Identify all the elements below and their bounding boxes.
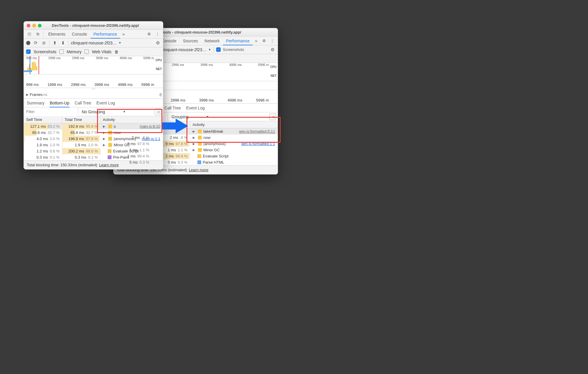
settings-icon[interactable]: ⚙ bbox=[145, 30, 153, 38]
frames-suffix: ns bbox=[43, 92, 47, 97]
kebab-menu-icon[interactable]: ⋮ bbox=[268, 37, 276, 45]
devtools-window-a: DevTools - clinquant-mousse-2f2396.netli… bbox=[24, 21, 163, 169]
save-profile-icon[interactable]: ⬇ bbox=[60, 40, 66, 46]
tab-performance[interactable]: Performance bbox=[223, 36, 252, 45]
table-row[interactable]: 65.8 ms32.7 %65.8 ms32.7 %▶now bbox=[24, 129, 163, 136]
timeline-detail[interactable]: 998 ms 1998 ms 2998 ms 3998 ms 4998 ms 5… bbox=[24, 74, 163, 88]
scrollbar-thumb[interactable] bbox=[159, 93, 162, 97]
range-end-marker[interactable] bbox=[39, 56, 39, 74]
learn-more-link[interactable]: Learn more bbox=[189, 168, 208, 172]
disclosure-triangle-icon[interactable]: ▶ bbox=[103, 131, 105, 134]
col-self-time[interactable]: Self Time bbox=[24, 116, 62, 123]
capture-settings-icon[interactable]: ⚙ bbox=[155, 40, 161, 46]
tab-network[interactable]: Network bbox=[201, 36, 222, 45]
cpu-flames bbox=[27, 60, 37, 70]
activity-name: (anonymous) bbox=[204, 142, 226, 146]
settings-icon[interactable]: ⚙ bbox=[260, 37, 268, 45]
screenshots-checkbox[interactable]: ✓ bbox=[26, 49, 31, 54]
activity-swatch-icon bbox=[198, 136, 202, 139]
detail-ticks: 998 ms 1998 ms 2998 ms 3998 ms 4998 ms 5… bbox=[26, 82, 154, 87]
tick: 2996 ms bbox=[172, 63, 184, 67]
target-dropdown[interactable]: clinquant-mousse-2f23… ▼ bbox=[161, 47, 211, 52]
activity-swatch-icon bbox=[108, 155, 111, 159]
screenshots-checkbox[interactable]: ✓ bbox=[216, 47, 221, 52]
webvitals-checkbox[interactable] bbox=[84, 49, 89, 54]
activity-swatch-icon bbox=[197, 154, 201, 158]
subtab-event-log[interactable]: Event Log bbox=[96, 99, 115, 107]
activity-name: o bbox=[114, 124, 116, 129]
tab-performance[interactable]: Performance bbox=[91, 30, 120, 39]
zoom-icon[interactable] bbox=[38, 24, 41, 27]
show-heaviest-stack-button[interactable]: ◁ bbox=[155, 109, 161, 115]
chevron-down-icon: ▼ bbox=[123, 110, 126, 113]
activity-name: takeABreak bbox=[204, 129, 223, 134]
panel-tabs: ◰ ⧉ Elements Console Performance » ⚙ ⋮ bbox=[24, 30, 163, 39]
table-row[interactable]: 2 ms99.4 %2 ms99.4 %Evaluate Script bbox=[114, 153, 278, 159]
show-heaviest-stack-button[interactable]: ◁ bbox=[269, 114, 276, 120]
col-activity[interactable]: Activity bbox=[190, 121, 278, 128]
kebab-menu-icon[interactable]: ⋮ bbox=[154, 30, 161, 38]
table-row[interactable]: 127.1 ms63.2 %192.9 ms95.9 %▶omain.js:6:… bbox=[24, 123, 163, 130]
table-row[interactable]: 5 ms0.3 %5 ms0.3 %Parse HTML bbox=[114, 159, 278, 165]
disclosure-triangle-icon[interactable]: ▶ bbox=[193, 136, 195, 139]
device-toggle-icon[interactable]: ⧉ bbox=[34, 30, 41, 38]
disclosure-triangle-icon[interactable]: ▶ bbox=[103, 137, 105, 140]
target-dropdown[interactable]: clinquant-mousse-2f23… ▼ bbox=[71, 41, 121, 45]
results-subtabs: Summary Bottom-Up Call Tree Event Log bbox=[24, 99, 163, 107]
tab-elements[interactable]: Elements bbox=[45, 30, 68, 39]
clear-icon[interactable]: ⊘ bbox=[41, 40, 47, 46]
inspect-element-icon[interactable]: ◰ bbox=[26, 30, 33, 38]
disclosure-triangle-icon[interactable]: ▶ bbox=[193, 142, 195, 145]
chevron-down-icon: ▼ bbox=[206, 115, 209, 118]
table-row[interactable]: 1 ms1.1 %1 ms1.1 %▶Minor GC bbox=[114, 147, 278, 153]
collect-garbage-icon[interactable]: 🗑 bbox=[114, 49, 119, 54]
memory-label: Memory bbox=[67, 49, 82, 54]
tick: 5996 m bbox=[256, 98, 269, 102]
source-link[interactable]: gen.js:formatted:5:11 bbox=[239, 129, 275, 134]
source-link[interactable]: main.js:6:10 bbox=[140, 124, 160, 129]
table-row[interactable]: 2 ms.8 %2 ms.8 %▶now bbox=[114, 134, 278, 141]
traffic-lights[interactable] bbox=[27, 24, 41, 27]
tick: 5996 m bbox=[258, 63, 269, 67]
tabs-overflow-icon[interactable]: » bbox=[253, 38, 259, 43]
grouping-label: No Grouping bbox=[82, 109, 105, 114]
memory-checkbox[interactable] bbox=[59, 49, 64, 54]
table-row[interactable]: 9 ms97.8 %9 ms97.8 %▶(anonymous)gen.js:f… bbox=[114, 141, 278, 147]
close-icon[interactable] bbox=[27, 24, 30, 27]
frames-track-header[interactable]: ▶ Frames ns bbox=[24, 91, 163, 99]
activity-swatch-icon bbox=[108, 131, 112, 134]
subtab-call-tree[interactable]: Call Tree bbox=[75, 99, 91, 107]
subtab-summary[interactable]: Summary bbox=[27, 99, 44, 107]
subtab-call-tree[interactable]: Call Tree bbox=[164, 104, 181, 112]
tab-console[interactable]: Console bbox=[69, 30, 90, 39]
tabs-overflow-icon[interactable]: » bbox=[121, 31, 126, 36]
col-total-time[interactable]: Total Time bbox=[62, 116, 100, 123]
load-profile-icon[interactable]: ⬆ bbox=[52, 40, 58, 46]
capture-settings-icon[interactable]: ⚙ bbox=[269, 47, 275, 52]
reload-icon[interactable]: ⟳ bbox=[33, 40, 39, 46]
subtab-event-log[interactable]: Event Log bbox=[186, 104, 205, 112]
screenshots-label: Screenshots bbox=[223, 47, 244, 52]
source-link[interactable]: gen.js:formatted:1:1 bbox=[241, 142, 275, 146]
tick: 4996 ms bbox=[228, 98, 242, 102]
disclosure-triangle-icon[interactable]: ▶ bbox=[193, 130, 195, 133]
frames-label: Frames bbox=[30, 92, 43, 97]
titlebar[interactable]: DevTools - clinquant-mousse-2f2396.netli… bbox=[24, 21, 163, 30]
record-button[interactable] bbox=[26, 41, 30, 45]
filter-input[interactable] bbox=[24, 107, 78, 116]
disclosure-triangle-icon[interactable]: ▶ bbox=[193, 148, 195, 152]
divider bbox=[49, 40, 49, 46]
minimize-icon[interactable] bbox=[32, 24, 36, 27]
activity-name: now bbox=[114, 130, 121, 135]
disclosure-triangle-icon[interactable]: ▶ bbox=[103, 143, 105, 147]
grouping-dropdown[interactable]: No Grouping ▼ bbox=[78, 109, 129, 114]
learn-more-link[interactable]: Learn more bbox=[99, 163, 119, 167]
tab-sources[interactable]: Sources bbox=[180, 36, 201, 45]
disclosure-triangle-icon[interactable]: ▶ bbox=[103, 125, 105, 128]
chevron-down-icon: ▼ bbox=[119, 41, 121, 44]
col-activity[interactable]: Activity bbox=[100, 116, 163, 123]
tick: 5998 m bbox=[143, 56, 154, 60]
cpu-label: CPU bbox=[270, 65, 276, 69]
timeline-overview[interactable]: 998 ms 1998 ms 2998 ms 3998 ms 4998 ms 5… bbox=[24, 56, 163, 74]
subtab-bottom-up[interactable]: Bottom-Up bbox=[50, 99, 69, 107]
